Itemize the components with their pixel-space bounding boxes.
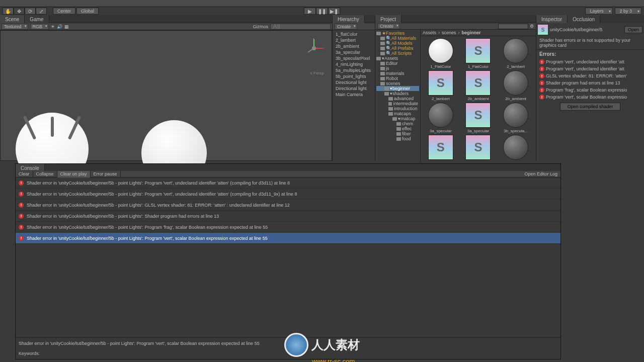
project-tree[interactable]: ★Favorites🔍All Materials🔍All Models🔍All …	[375, 30, 421, 163]
tree-item[interactable]: chem	[376, 121, 419, 126]
tree-item[interactable]: food	[376, 136, 419, 141]
project-search[interactable]	[498, 24, 528, 29]
hierarchy-item[interactable]: 3b_specularPixel	[334, 55, 374, 61]
inspector-error-row[interactable]: !GLSL vertex shader: 81: ERROR: 'atten'	[536, 72, 644, 79]
light-icon[interactable]: ☀	[51, 24, 55, 29]
tree-item[interactable]: 🔍All Prefabs	[376, 46, 419, 51]
open-editor-log[interactable]: Open Editor Log	[521, 171, 560, 176]
console-row[interactable]: !Shader error in 'unityCookie/tut/beginn…	[16, 177, 560, 189]
tab-occlusion[interactable]: Occlusion	[568, 15, 600, 23]
open-compiled-button[interactable]: Open compiled shader	[560, 103, 621, 111]
inspector-error-row[interactable]: !Shader program had errors at line 13	[536, 79, 644, 86]
tab-hierarchy[interactable]: Hierarchy	[333, 15, 365, 23]
asset-item[interactable]: S	[460, 135, 497, 161]
hierarchy-item[interactable]: 5a_multipleLights	[334, 67, 374, 73]
asset-item[interactable]	[498, 135, 534, 161]
inspector-error-row[interactable]: !Program 'vert', undeclared identifier '…	[536, 65, 644, 72]
persp-label[interactable]: ≤ Persp	[310, 71, 324, 75]
open-button[interactable]: Open	[624, 26, 642, 33]
orientation-gizmo[interactable]: yx	[304, 38, 324, 58]
audio-icon[interactable]: 🔊	[57, 24, 62, 29]
tree-item[interactable]: scenes	[376, 81, 419, 86]
bc-assets[interactable]: Assets	[423, 30, 436, 35]
project-create[interactable]: Create	[377, 23, 400, 29]
tab-inspector[interactable]: Inspector	[536, 15, 568, 23]
error-pause-button[interactable]: Error pause	[91, 171, 121, 177]
tree-item[interactable]: ▾Assets	[376, 56, 419, 61]
tree-item[interactable]: 🔍All Models	[376, 41, 419, 46]
asset-grid[interactable]: 1_FlatColorS1_FlatColor2_lambertS2_lambe…	[421, 36, 536, 163]
hierarchy-item[interactable]: 3a_specular	[334, 49, 374, 55]
asset-item[interactable]: S	[423, 135, 459, 161]
tree-item[interactable]: fiber	[376, 131, 419, 136]
hierarchy-item[interactable]: Directional light	[334, 79, 374, 85]
tree-item[interactable]: advanced	[376, 96, 419, 101]
pivot-toggle[interactable]: Center	[53, 8, 75, 15]
hierarchy-item[interactable]: 4_rimLighting	[334, 61, 374, 67]
tree-item[interactable]: intermediate	[376, 101, 419, 106]
fx-icon[interactable]: ▦	[64, 24, 69, 29]
tab-project[interactable]: Project	[375, 15, 401, 23]
hierarchy-item[interactable]: Directional light	[334, 85, 374, 92]
console-list[interactable]: !Shader error in 'unityCookie/tut/beginn…	[16, 177, 560, 337]
scene-view[interactable]: yx ≤ Persp	[0, 30, 332, 161]
asset-item[interactable]: 1_FlatColor	[423, 38, 459, 69]
hierarchy-list[interactable]: 1_flatColor2_lambert2b_ambient3a_specula…	[333, 30, 375, 161]
asset-item[interactable]: S1_FlatColor	[460, 38, 497, 69]
hierarchy-item[interactable]: 2_lambert	[334, 37, 374, 43]
collapse-button[interactable]: Collapse	[33, 171, 57, 177]
tree-item[interactable]: ★Favorites	[376, 31, 419, 36]
inspector-error-row[interactable]: !Program 'vert', undeclared identifier '…	[536, 58, 644, 65]
breadcrumb[interactable]: Assets › scenes › beginner	[421, 30, 536, 36]
tree-item[interactable]: introduction	[376, 106, 419, 111]
bc-scenes[interactable]: scenes	[442, 30, 456, 35]
asset-item[interactable]: 2_lambert	[498, 38, 534, 69]
inspector-error-row[interactable]: !Program 'vert', scalar Boolean expressi…	[536, 94, 644, 101]
console-row[interactable]: !Shader error in 'unityCookie/tut/beginn…	[16, 211, 560, 222]
hierarchy-item[interactable]: 2b_ambient	[334, 43, 374, 49]
space-toggle[interactable]: Global	[76, 8, 99, 15]
rotate-tool[interactable]: ⟳	[25, 8, 36, 15]
asset-item[interactable]: 3b_specula...	[498, 103, 534, 133]
tree-item[interactable]: effec	[376, 126, 419, 131]
render-mode[interactable]: RGB	[30, 24, 49, 30]
layers-dropdown[interactable]: Layers	[585, 8, 613, 15]
hierarchy-item[interactable]: 1_flatColor	[334, 31, 374, 37]
console-row[interactable]: !Shader error in 'unityCookie/tut/beginn…	[16, 189, 560, 200]
tree-item[interactable]: materials	[376, 71, 419, 76]
asset-item[interactable]: S2_lambert	[423, 70, 459, 101]
layout-dropdown[interactable]: 2 by 3	[615, 8, 641, 15]
draw-mode[interactable]: Textured	[2, 24, 28, 30]
inspector-error-row[interactable]: !Program 'frag', scalar Boolean expressi…	[536, 86, 644, 94]
gizmos-label[interactable]: Gizmos	[253, 24, 268, 29]
project-filter-icon[interactable]: ⚙	[530, 24, 534, 29]
step-button[interactable]: ▶❚	[328, 8, 340, 15]
hierarchy-item[interactable]: Main Camera	[334, 92, 374, 98]
bc-beginner[interactable]: beginner	[462, 30, 481, 35]
tree-item[interactable]: js	[376, 66, 419, 71]
tree-item[interactable]: ▾shaders	[376, 91, 419, 96]
asset-item[interactable]: S2b_ambient	[460, 70, 497, 101]
console-row[interactable]: !Shader error in 'unityCookie/tut/beginn…	[16, 222, 560, 233]
console-row[interactable]: !Shader error in 'unityCookie/tut/beginn…	[16, 200, 560, 211]
tree-item[interactable]: 🔍All Materials	[376, 36, 419, 41]
tree-item[interactable]: Editor	[376, 61, 419, 66]
hierarchy-item[interactable]: 5b_point_lights	[334, 73, 374, 79]
tab-game[interactable]: Game	[25, 15, 49, 23]
asset-item[interactable]: S3a_specular	[460, 103, 497, 133]
pause-button[interactable]: ❚❚	[316, 8, 328, 15]
tab-scene[interactable]: Scene	[0, 15, 25, 23]
scale-tool[interactable]: ⤢	[36, 8, 47, 15]
tree-item[interactable]: Robot	[376, 76, 419, 81]
tree-item[interactable]: ▾matcap	[376, 116, 419, 121]
hierarchy-create[interactable]: Create	[335, 24, 357, 30]
tree-item[interactable]: matcaps	[376, 111, 419, 116]
scene-search[interactable]	[270, 24, 331, 30]
clear-on-play-button[interactable]: Clear on play	[57, 171, 91, 177]
asset-item[interactable]: 3a_specular	[423, 103, 459, 133]
asset-item[interactable]: 2b_ambient	[498, 70, 534, 101]
play-button[interactable]: ▶	[304, 8, 316, 15]
hand-tool[interactable]: ✋	[3, 8, 14, 15]
tree-item[interactable]: ▾beginner	[376, 86, 419, 91]
console-row[interactable]: !Shader error in 'unityCookie/tut/beginn…	[16, 233, 560, 244]
